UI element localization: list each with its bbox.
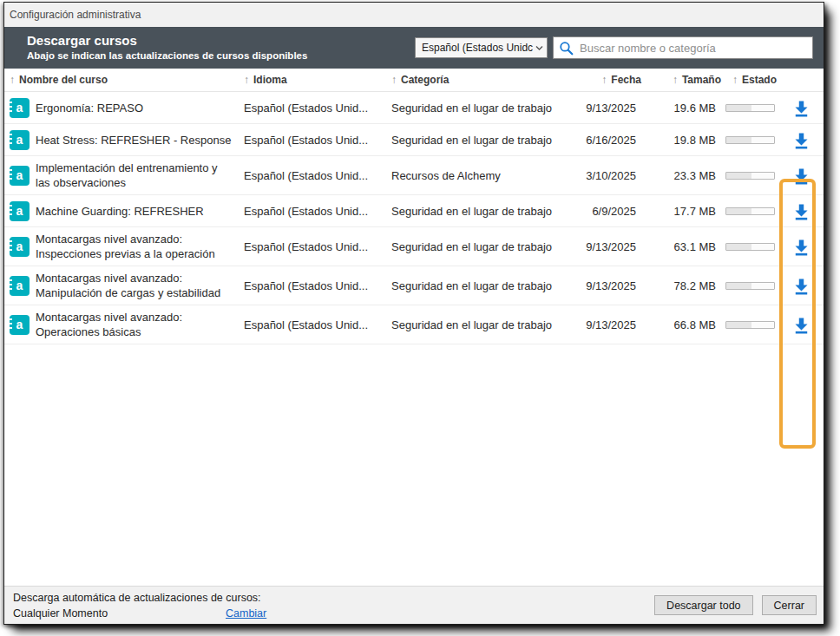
course-category: Seguridad en el lugar de trabajo bbox=[391, 200, 582, 223]
download-progressbar bbox=[725, 282, 775, 290]
download-button[interactable] bbox=[791, 165, 812, 187]
download-button[interactable] bbox=[791, 129, 812, 151]
sort-ascending-icon: ↑ bbox=[10, 74, 15, 86]
course-date: 9/13/2025 bbox=[582, 235, 641, 259]
course-category: Recursos de Alchemy bbox=[391, 164, 582, 187]
search-icon bbox=[559, 41, 574, 56]
course-date: 9/13/2025 bbox=[582, 274, 641, 298]
course-name: Ergonomía: REPASO bbox=[36, 96, 244, 120]
sort-ascending-icon: ↑ bbox=[673, 74, 678, 86]
course-rows-container: a Ergonomía: REPASO Español (Estados Uni… bbox=[4, 92, 824, 344]
search-input[interactable] bbox=[580, 42, 807, 55]
window-title: Configuración administrativa bbox=[10, 9, 141, 21]
table-row[interactable]: a Heat Stress: REFRESHER - Response Espa… bbox=[4, 124, 824, 156]
column-header-date[interactable]: ↑Fecha bbox=[582, 74, 641, 86]
column-header-name[interactable]: ↑Nombre del curso bbox=[10, 74, 244, 86]
change-link[interactable]: Cambiar bbox=[226, 606, 266, 621]
sort-ascending-icon: ↑ bbox=[244, 74, 249, 86]
course-app-icon: a bbox=[10, 98, 30, 118]
download-button[interactable] bbox=[791, 275, 812, 297]
course-size: 78.2 MB bbox=[641, 274, 721, 298]
course-date: 6/9/2025 bbox=[582, 200, 641, 223]
download-button[interactable] bbox=[791, 97, 812, 119]
course-size: 19.8 MB bbox=[641, 128, 721, 152]
course-name: Implementación del entrenamiento y las o… bbox=[36, 156, 244, 194]
course-name: Montacargas nivel avanzado: Inspecciones… bbox=[36, 227, 244, 266]
table-row[interactable]: a Montacargas nivel avanzado: Manipulaci… bbox=[4, 266, 824, 305]
download-progressbar bbox=[725, 172, 775, 180]
course-category: Seguridad en el lugar de trabajo bbox=[391, 235, 582, 259]
auto-download-label: Descarga automática de actualizaciones d… bbox=[13, 590, 266, 606]
sort-ascending-icon: ↑ bbox=[391, 74, 397, 86]
page-header-titles: Descargar cursos Abajo se indican las ac… bbox=[27, 33, 307, 62]
download-progressbar bbox=[725, 136, 775, 144]
download-icon bbox=[792, 277, 810, 295]
download-progressbar bbox=[725, 321, 775, 329]
course-list: a Ergonomía: REPASO Español (Estados Uni… bbox=[4, 92, 824, 586]
course-date: 6/16/2025 bbox=[582, 128, 641, 152]
download-progressbar bbox=[725, 207, 775, 215]
footer-bar: Descarga automática de actualizaciones d… bbox=[4, 586, 824, 624]
course-language: Español (Estados Unid... bbox=[244, 200, 391, 223]
page-subtitle: Abajo se indican las actualizaciones de … bbox=[27, 49, 307, 62]
course-category: Seguridad en el lugar de trabajo bbox=[391, 96, 582, 120]
page-title: Descargar cursos bbox=[27, 33, 307, 49]
course-language: Español (Estados Unid... bbox=[244, 164, 391, 187]
course-size: 66.8 MB bbox=[641, 313, 721, 337]
course-language: Español (Estados Unid... bbox=[244, 313, 391, 337]
chevron-down-icon bbox=[535, 45, 543, 51]
column-header-status[interactable]: ↑Estado bbox=[721, 74, 824, 86]
download-button[interactable] bbox=[791, 236, 812, 258]
table-row[interactable]: a Ergonomía: REPASO Español (Estados Uni… bbox=[4, 92, 824, 124]
course-name: Machine Guarding: REFRESHER bbox=[36, 200, 244, 223]
close-button[interactable]: Cerrar bbox=[762, 595, 817, 615]
course-size: 23.3 MB bbox=[641, 164, 721, 187]
table-header-row: ↑Nombre del curso ↑Idioma ↑Categoría ↑Fe… bbox=[4, 69, 824, 92]
download-icon bbox=[792, 131, 810, 149]
course-category: Seguridad en el lugar de trabajo bbox=[391, 313, 582, 337]
language-dropdown-value: Español (Estados Unidc bbox=[422, 42, 534, 54]
course-size: 17.7 MB bbox=[641, 200, 721, 223]
course-app-icon: a bbox=[10, 201, 30, 221]
course-date: 9/13/2025 bbox=[582, 313, 641, 337]
download-icon bbox=[792, 202, 810, 220]
course-app-icon: a bbox=[10, 166, 30, 186]
course-date: 3/10/2025 bbox=[582, 164, 641, 187]
download-icon bbox=[792, 167, 810, 185]
download-all-button[interactable]: Descargar todo bbox=[654, 595, 752, 615]
table-row[interactable]: a Montacargas nivel avanzado: Inspeccion… bbox=[4, 227, 824, 266]
course-date: 9/13/2025 bbox=[582, 96, 641, 120]
window-titlebar: Configuración administrativa bbox=[4, 3, 824, 27]
course-name: Montacargas nivel avanzado: Operaciones … bbox=[36, 305, 244, 344]
table-row[interactable]: a Implementación del entrenamiento y las… bbox=[4, 156, 824, 195]
sort-ascending-icon: ↑ bbox=[732, 74, 738, 86]
course-language: Español (Estados Unid... bbox=[244, 274, 391, 298]
course-app-icon: a bbox=[10, 237, 30, 257]
column-header-language[interactable]: ↑Idioma bbox=[244, 74, 391, 86]
table-row[interactable]: a Montacargas nivel avanzado: Operacione… bbox=[4, 305, 824, 344]
course-app-icon: a bbox=[10, 276, 30, 296]
download-progressbar bbox=[725, 243, 775, 251]
course-app-icon: a bbox=[10, 130, 30, 150]
search-box bbox=[553, 36, 813, 59]
column-header-size[interactable]: ↑Tamaño bbox=[641, 74, 721, 86]
course-size: 19.6 MB bbox=[641, 96, 721, 120]
course-size: 63.1 MB bbox=[641, 235, 721, 259]
admin-settings-window: Configuración administrativa Descargar c… bbox=[3, 2, 824, 625]
page-header: Descargar cursos Abajo se indican las ac… bbox=[4, 27, 824, 69]
download-button[interactable] bbox=[791, 200, 812, 222]
course-language: Español (Estados Unid... bbox=[244, 235, 391, 259]
sort-ascending-icon: ↑ bbox=[601, 74, 607, 86]
download-icon bbox=[792, 238, 810, 256]
download-icon bbox=[792, 99, 810, 117]
table-row[interactable]: a Machine Guarding: REFRESHER Español (E… bbox=[4, 195, 824, 227]
course-app-icon: a bbox=[10, 315, 30, 335]
download-icon bbox=[792, 316, 810, 334]
auto-download-value: Cualquier Momento bbox=[13, 606, 226, 621]
download-button[interactable] bbox=[791, 314, 812, 336]
download-progressbar bbox=[725, 104, 775, 112]
course-language: Español (Estados Unid... bbox=[244, 128, 391, 152]
column-header-category[interactable]: ↑Categoría bbox=[391, 74, 582, 86]
course-category: Seguridad en el lugar de trabajo bbox=[391, 128, 582, 152]
language-dropdown[interactable]: Español (Estados Unidc bbox=[415, 37, 548, 58]
